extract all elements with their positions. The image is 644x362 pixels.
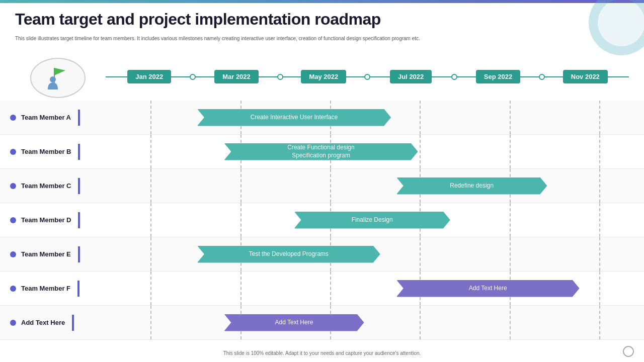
table-row: Team Member FAdd Text Here xyxy=(0,272,644,306)
dash-line-2 xyxy=(330,169,331,203)
dash-line-2 xyxy=(330,272,331,305)
person-circle xyxy=(30,58,86,98)
dash-line-0 xyxy=(150,306,151,339)
task-bar-2: Redefine design xyxy=(396,177,547,195)
member-separator xyxy=(72,315,74,331)
dash-line-4 xyxy=(510,306,511,339)
slide-title: Team target and project implementation r… xyxy=(15,10,381,29)
dash-line-4 xyxy=(510,203,511,237)
timeline-grid-5: Add Text Here xyxy=(106,272,644,305)
timeline-grid-1: Create Functional designSpecification pr… xyxy=(106,135,644,168)
member-label-0: Team Member A xyxy=(0,110,106,126)
month-label-5: Nov 2022 xyxy=(563,70,608,83)
member-label-2: Team Member C xyxy=(0,178,106,194)
timeline-grid-2: Redefine design xyxy=(106,169,644,203)
member-dot xyxy=(10,149,16,155)
dash-line-5 xyxy=(599,272,600,305)
dash-line-5 xyxy=(599,135,600,168)
member-dot xyxy=(10,217,16,223)
table-row: Team Member ACreate Interactive User Int… xyxy=(0,101,644,135)
month-label-1: Mar 2022 xyxy=(214,70,259,83)
dash-line-0 xyxy=(150,135,151,168)
task-bar-3: Finalize Design xyxy=(294,212,450,229)
footer-dot xyxy=(623,346,634,357)
slide: Team target and project implementation r… xyxy=(0,0,644,362)
dash-line-3 xyxy=(420,101,421,134)
svg-marker-1 xyxy=(54,68,65,75)
month-dot-1 xyxy=(277,74,283,80)
month-dot-4 xyxy=(539,74,545,80)
member-name: Team Member E xyxy=(21,250,71,258)
member-name: Add Text Here xyxy=(21,319,65,326)
dash-line-4 xyxy=(510,135,511,168)
dash-line-4 xyxy=(510,101,511,134)
member-separator xyxy=(78,110,80,126)
member-label-3: Team Member D xyxy=(0,212,106,228)
member-dot xyxy=(10,251,16,257)
dash-line-0 xyxy=(150,272,151,305)
task-bar-5: Add Text Here xyxy=(396,280,580,297)
dash-line-4 xyxy=(510,237,511,271)
timeline-grid-3: Finalize Design xyxy=(106,203,644,237)
dash-line-5 xyxy=(599,306,600,339)
member-separator xyxy=(78,178,80,194)
month-col-2: May 2022 xyxy=(280,70,367,83)
member-label-1: Team Member B xyxy=(0,144,106,160)
member-label-6: Add Text Here xyxy=(0,315,106,331)
table-row: Team Member ETest the Developed Programs xyxy=(0,237,644,272)
timeline-grid-6: Add Text Here xyxy=(106,306,644,339)
member-label-5: Team Member F xyxy=(0,281,106,297)
slide-subtitle: This slide illustrates target timeline f… xyxy=(15,35,420,42)
month-label-2: May 2022 xyxy=(301,70,346,83)
task-bar-1: Create Functional designSpecification pr… xyxy=(224,143,418,160)
top-accent-bar xyxy=(0,0,644,3)
dash-line-0 xyxy=(150,203,151,237)
task-bar-6: Add Text Here xyxy=(224,314,364,331)
member-dot xyxy=(10,286,16,292)
dash-line-1 xyxy=(240,203,242,237)
member-name: Team Member B xyxy=(21,148,71,155)
dash-line-3 xyxy=(420,306,421,339)
task-bar-4: Test the Developed Programs xyxy=(197,246,380,263)
member-separator xyxy=(78,246,80,262)
month-col-0: Jan 2022 xyxy=(106,70,193,83)
timeline-grid-4: Test the Developed Programs xyxy=(106,237,644,271)
month-col-3: Jul 2022 xyxy=(367,70,454,83)
table-row: Team Member DFinalize Design xyxy=(0,203,644,237)
svg-point-2 xyxy=(50,76,56,82)
member-separator xyxy=(77,281,79,297)
member-dot xyxy=(10,183,16,189)
dash-line-5 xyxy=(599,203,600,237)
member-dot xyxy=(10,320,16,326)
member-separator xyxy=(78,212,80,228)
dash-line-5 xyxy=(599,237,600,271)
month-label-3: Jul 2022 xyxy=(390,70,432,83)
dash-line-5 xyxy=(599,101,600,134)
member-name: Team Member D xyxy=(21,216,71,224)
dash-line-0 xyxy=(150,237,151,271)
member-name: Team Member A xyxy=(21,114,71,121)
month-col-5: Nov 2022 xyxy=(542,70,629,83)
member-separator xyxy=(78,144,80,160)
month-label-4: Sep 2022 xyxy=(476,70,520,83)
month-col-4: Sep 2022 xyxy=(454,70,541,83)
month-dot-3 xyxy=(451,74,457,80)
member-label-4: Team Member E xyxy=(0,246,106,262)
dash-line-3 xyxy=(420,237,421,271)
person-icon xyxy=(40,60,75,96)
timeline-header: Jan 2022Mar 2022May 2022Jul 2022Sep 2022… xyxy=(106,65,629,88)
member-name: Team Member C xyxy=(21,182,71,190)
footer-text: This slide is 100% editable. Adapt it to… xyxy=(0,350,644,356)
task-bar-0: Create Interactive User Interface xyxy=(197,109,391,126)
member-name: Team Member F xyxy=(21,285,70,292)
person-icon-area xyxy=(25,58,91,98)
month-col-1: Mar 2022 xyxy=(193,70,280,83)
dash-line-1 xyxy=(240,169,242,203)
deco-circle xyxy=(589,0,644,55)
month-dot-2 xyxy=(364,74,370,80)
dash-line-0 xyxy=(150,101,151,134)
month-dot-0 xyxy=(190,74,196,80)
rows-container: Team Member ACreate Interactive User Int… xyxy=(0,101,644,337)
member-dot xyxy=(10,115,16,121)
table-row: Team Member CRedefine design xyxy=(0,169,644,203)
